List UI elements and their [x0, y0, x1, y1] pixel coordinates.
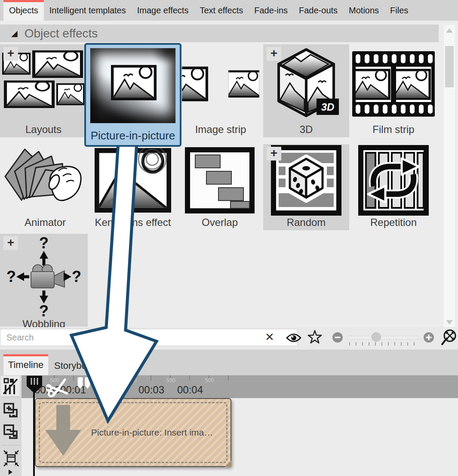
- section-title: Object effects: [25, 27, 98, 40]
- collapse-tracks-button[interactable]: [3, 423, 19, 441]
- 3d-badge: 3D: [321, 101, 335, 113]
- ruler-minor-label: 500: [166, 377, 175, 383]
- ken-burns-icon: [95, 148, 171, 213]
- picture-in-picture-thumbnail: [90, 48, 176, 124]
- zoom-in-button[interactable]: [423, 332, 434, 343]
- ruler-tick: [228, 375, 229, 380]
- thumbnail-size-slider[interactable]: [347, 336, 419, 340]
- tile-label: Image strip: [195, 124, 246, 137]
- add-wobbling-button[interactable]: +: [3, 236, 18, 250]
- zoom-out-button[interactable]: [332, 332, 343, 343]
- effect-tile-ken-burns[interactable]: Ken Burns effect: [90, 144, 175, 230]
- effects-scrollbar[interactable]: [444, 25, 455, 328]
- eye-icon[interactable]: [286, 331, 302, 344]
- collapse-triangle-icon: ◢: [11, 28, 18, 38]
- slider-tick: [407, 342, 408, 346]
- tab-files[interactable]: Files: [384, 0, 414, 21]
- split-scissors-icon[interactable]: [46, 376, 70, 398]
- ruler-tick: [73, 375, 74, 380]
- ruler-tick: [112, 375, 113, 380]
- tab-intelligent-templates[interactable]: Intelligent templates: [44, 0, 132, 21]
- slider-tick: [414, 342, 415, 346]
- add-random-button[interactable]: +: [267, 147, 281, 161]
- effect-tile-animator[interactable]: Animator: [0, 144, 90, 230]
- track-view-toggle-button[interactable]: [3, 378, 18, 395]
- effect-tile-layouts[interactable]: + Layouts: [0, 44, 87, 137]
- tab-text-effects[interactable]: Text effects: [194, 0, 249, 21]
- tab-motions[interactable]: Motions: [343, 0, 384, 21]
- effect-tile-repetition[interactable]: Repetition: [350, 144, 437, 230]
- effect-tile-picture-in-picture-selected[interactable]: Picture-in-picture: [84, 43, 181, 147]
- film-strip-icon: [352, 51, 435, 117]
- playhead-marker[interactable]: [26, 375, 43, 394]
- effect-tile-3d[interactable]: + 3D 3D: [263, 44, 349, 137]
- tile-label: Picture-in-picture: [86, 129, 180, 142]
- random-dice-icon: [271, 145, 341, 216]
- shrink-view-button[interactable]: [3, 449, 20, 467]
- effect-tile-wobbling[interactable]: + ? ? ? ? Wobbling: [0, 234, 88, 327]
- timeline-tab-label: Timeline: [8, 359, 43, 371]
- tile-label: Random: [287, 216, 326, 230]
- app-window: Objects Intelligent templates Image effe…: [0, 0, 458, 476]
- toolbar-divider: [2, 397, 20, 397]
- tile-label: Layouts: [25, 124, 61, 137]
- scroll-down-icon[interactable]: [446, 320, 453, 325]
- tile-label: Overlap: [202, 216, 238, 230]
- tab-timeline[interactable]: Timeline: [3, 354, 48, 375]
- toolbar-divider: [2, 445, 20, 445]
- question-mark: ?: [72, 268, 81, 285]
- marker-flags-icon[interactable]: [77, 377, 91, 390]
- storyboard-tab-label: Storyboard: [54, 360, 101, 371]
- tab-storyboard[interactable]: Storyboard: [51, 356, 104, 375]
- toolbar-more-icon[interactable]: [8, 469, 13, 475]
- object-effects-header[interactable]: ◢ Object effects: [0, 25, 439, 42]
- ruler-tick: [151, 375, 151, 380]
- ruler-tick: [189, 375, 190, 380]
- inset-photo-icon: [111, 65, 157, 101]
- tile-label: Ken Burns effect: [95, 216, 171, 230]
- slider-tick: [401, 342, 402, 346]
- effect-tile-film-strip[interactable]: Film strip: [350, 44, 437, 137]
- question-mark: ?: [6, 268, 16, 285]
- slider-tick: [388, 342, 389, 346]
- effect-tile-overlap[interactable]: Overlap: [176, 144, 263, 230]
- ruler-minor-label: 500: [205, 377, 214, 383]
- timeline-drop-object[interactable]: Picture-in-picture: Insert ima…: [35, 398, 231, 467]
- slider-tick: [394, 342, 395, 346]
- animator-icon: [4, 146, 86, 215]
- search-input[interactable]: [0, 329, 298, 346]
- favorites-star-icon[interactable]: [307, 330, 323, 345]
- clear-search-icon[interactable]: ✕: [265, 331, 274, 344]
- slider-tick: [369, 342, 369, 346]
- add-3d-button[interactable]: +: [267, 47, 281, 61]
- ruler-timestamp: 00:03: [138, 384, 164, 396]
- main-tab-bar: Objects Intelligent templates Image effe…: [0, 0, 458, 21]
- slider-tick: [349, 342, 350, 346]
- tab-fade-outs[interactable]: Fade-outs: [293, 0, 343, 21]
- tile-label: Repetition: [370, 216, 417, 230]
- slider-tick: [381, 342, 382, 346]
- scroll-up-icon[interactable]: [446, 28, 453, 33]
- timeline-toolbar: [0, 375, 22, 476]
- question-mark: ?: [39, 234, 49, 252]
- tab-objects[interactable]: Objects: [3, 0, 44, 21]
- tab-fade-ins[interactable]: Fade-ins: [249, 0, 293, 21]
- drop-corner-fold: [224, 460, 231, 467]
- tile-label: Animator: [25, 216, 66, 230]
- question-mark: ?: [39, 302, 49, 318]
- scrollbar-thumb[interactable]: [445, 46, 454, 87]
- effect-tile-random[interactable]: +: [263, 144, 349, 230]
- repetition-icon: [358, 145, 429, 216]
- slider-tick: [362, 342, 363, 346]
- effect-tile-image-strip[interactable]: Image strip: [179, 44, 262, 137]
- playhead-line[interactable]: [33, 390, 35, 476]
- reset-zoom-icon[interactable]: [440, 329, 458, 347]
- tab-image-effects[interactable]: Image effects: [132, 0, 194, 21]
- insert-down-arrow-icon: [45, 405, 81, 457]
- expand-tracks-button[interactable]: [3, 402, 19, 419]
- slider-tick: [375, 342, 376, 346]
- add-layouts-button[interactable]: +: [3, 47, 18, 61]
- slider-tick: [356, 342, 357, 346]
- slider-thumb[interactable]: [372, 332, 381, 342]
- ruler-timestamp: 00:02: [99, 384, 125, 396]
